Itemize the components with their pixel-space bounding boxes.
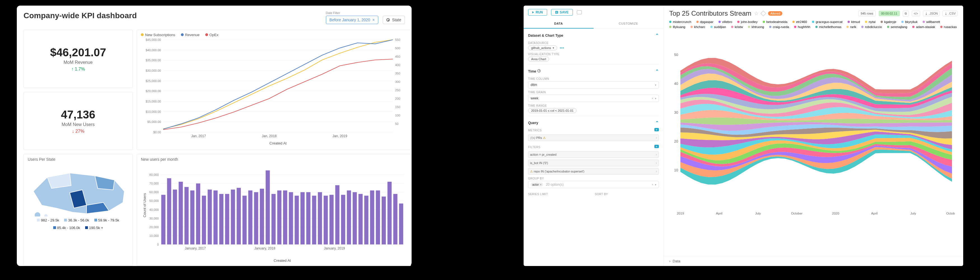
- embed-icon[interactable]: </>: [912, 11, 920, 16]
- section-dataset-title: Dataset & Chart Type: [528, 33, 563, 38]
- add-filter-button[interactable]: +: [654, 145, 659, 148]
- svg-rect-74: [271, 194, 275, 245]
- filter-chip-3[interactable]: ⚠ repo IN ('apache/incubator-superset') …: [528, 168, 659, 175]
- svg-text:50: 50: [674, 52, 678, 57]
- svg-text:Jan, 2018: Jan, 2018: [262, 134, 277, 138]
- edit-icon[interactable]: [761, 11, 766, 16]
- date-filter-chip[interactable]: Before January 1, 2020 ×: [326, 16, 379, 24]
- time-grain-label: TIME GRAIN: [528, 91, 659, 94]
- copy-icon[interactable]: ⧉: [903, 11, 909, 16]
- stream-legend: mistercrunchdpgasparvillebrojohn-bodleyb…: [663, 19, 963, 30]
- save-button[interactable]: SAVE: [551, 9, 573, 16]
- data-section-toggle[interactable]: › Data: [663, 256, 963, 266]
- us-map: [28, 163, 129, 216]
- svg-rect-72: [260, 189, 264, 245]
- add-metric-button[interactable]: +: [654, 128, 659, 131]
- play-icon: [532, 11, 534, 13]
- clear-date-filter-icon[interactable]: ×: [372, 18, 375, 22]
- stream-chart[interactable]: 10203040502019AprilJulyOctober2020AprilJ…: [669, 30, 955, 221]
- svg-text:April: April: [871, 212, 878, 215]
- chevron-right-icon: ›: [669, 259, 670, 263]
- share-link-icon[interactable]: [577, 10, 582, 14]
- filter-chip-2[interactable]: is_bot IN ('0')›: [528, 160, 659, 166]
- svg-text:450: 450: [395, 55, 400, 58]
- svg-rect-88: [353, 192, 357, 245]
- svg-rect-57: [173, 189, 177, 245]
- svg-text:January, 2018: January, 2018: [254, 247, 275, 250]
- svg-rect-59: [185, 187, 189, 245]
- kpi-users-tile[interactable]: 47,136 MoM New Users ↓ 27%: [24, 92, 133, 150]
- time-range-pill[interactable]: 2019-01-01 ≤ col < 2021-01-01: [528, 108, 576, 113]
- time-grain-select[interactable]: week ×▾: [528, 95, 659, 102]
- section-query-title: Query: [528, 121, 538, 125]
- svg-text:30,000: 30,000: [149, 217, 159, 220]
- tab-customize[interactable]: CUSTOMIZE: [593, 19, 663, 29]
- svg-text:Count of Users: Count of Users: [143, 193, 147, 217]
- viztype-pill[interactable]: Area Chart: [528, 57, 549, 62]
- chevron-up-icon[interactable]: ⌃: [655, 33, 659, 38]
- svg-point-35: [35, 212, 40, 216]
- star-icon[interactable]: ☆: [754, 10, 759, 16]
- svg-text:Created At: Created At: [269, 141, 287, 145]
- kpi-revenue-delta: ↑ 1.7%: [72, 67, 85, 72]
- tab-data[interactable]: DATA: [523, 19, 593, 29]
- chevron-up-icon[interactable]: ⌃: [655, 68, 659, 74]
- kpi-revenue-tile[interactable]: $46,201.07 MoM Revenue ↑ 1.7%: [24, 30, 133, 88]
- save-icon: [555, 11, 558, 14]
- svg-rect-62: [202, 196, 206, 245]
- state-filter-label: State: [392, 18, 401, 22]
- altered-badge[interactable]: Altered: [768, 11, 782, 16]
- caret-down-icon: ▾: [655, 83, 656, 86]
- caret-down-icon: ▾: [655, 183, 656, 186]
- bar-chart: 010,00020,00030,00040,00050,00060,00070,…: [141, 163, 407, 264]
- clear-icon[interactable]: ×: [652, 183, 653, 186]
- datasource-more-icon[interactable]: •••: [560, 46, 564, 50]
- data-section-label: Data: [673, 259, 680, 263]
- svg-text:$0.00: $0.00: [153, 130, 161, 134]
- svg-text:October: October: [947, 212, 955, 215]
- svg-text:70,000: 70,000: [149, 182, 159, 185]
- filter-chip-1[interactable]: action = pr_created›: [528, 151, 659, 158]
- svg-text:July: July: [755, 212, 761, 215]
- svg-rect-73: [266, 170, 270, 245]
- chevron-up-icon[interactable]: ⌃: [655, 120, 659, 126]
- svg-rect-90: [364, 196, 369, 245]
- svg-text:Created At: Created At: [274, 258, 291, 262]
- svg-rect-94: [388, 182, 392, 245]
- groupby-select[interactable]: actor × 20 option(s) ×▾: [528, 181, 659, 188]
- section-query: Query ⌃ METRICS + ƒ(x) PRs ⚠ › FILTERS +…: [528, 116, 659, 199]
- svg-rect-78: [294, 196, 299, 245]
- svg-text:80,000: 80,000: [149, 173, 159, 177]
- svg-rect-58: [179, 182, 183, 245]
- svg-rect-61: [196, 183, 200, 245]
- run-button[interactable]: RUN: [528, 9, 547, 16]
- groupby-label: GROUP BY: [528, 177, 659, 180]
- map-legend: 982 - 29.5k36.3k - 56.0k59.9k - 79.5k85.…: [28, 218, 129, 230]
- groupby-pill[interactable]: actor ×: [531, 183, 543, 186]
- metric-chip[interactable]: ƒ(x) PRs ⚠ ›: [528, 134, 659, 141]
- metrics-label: METRICS: [528, 129, 542, 132]
- svg-rect-75: [277, 190, 282, 245]
- export-csv-button[interactable]: ⭳ .CSV: [942, 11, 958, 16]
- svg-text:40,000: 40,000: [149, 208, 159, 212]
- warn-icon: ⚠: [543, 136, 546, 140]
- controls-panel: RUN SAVE DATA CUSTOMIZE Dataset & Chart …: [523, 6, 663, 266]
- bar-chart-tile[interactable]: New users per month 010,00020,00030,0004…: [137, 154, 411, 266]
- query-time-pill: 00:00:02.11: [879, 11, 900, 16]
- remove-group-icon[interactable]: ×: [540, 183, 541, 186]
- svg-rect-89: [358, 194, 363, 245]
- datasource-pill[interactable]: github_actions ▾: [528, 45, 557, 50]
- time-column-select[interactable]: dttm▾: [528, 81, 659, 89]
- row-count-pill: 945 rows: [858, 11, 876, 16]
- map-tile[interactable]: Users Per State 982 - 29.5k36.3k - 56.0k…: [24, 154, 133, 266]
- line-chart-tile[interactable]: New SubscriptionsRevenueOpEx $0.00$5,000…: [137, 30, 411, 150]
- svg-rect-60: [190, 190, 194, 245]
- svg-rect-83: [324, 196, 328, 245]
- kpi-users-value: 47,136: [61, 108, 95, 121]
- clear-icon[interactable]: ×: [652, 97, 653, 100]
- export-json-button[interactable]: ⭳ .JSON: [923, 11, 940, 16]
- state-filter-chip[interactable]: State: [383, 16, 405, 24]
- line-chart-legend: New SubscriptionsRevenueOpEx: [141, 33, 407, 37]
- svg-text:400: 400: [395, 63, 400, 67]
- svg-rect-65: [219, 194, 223, 245]
